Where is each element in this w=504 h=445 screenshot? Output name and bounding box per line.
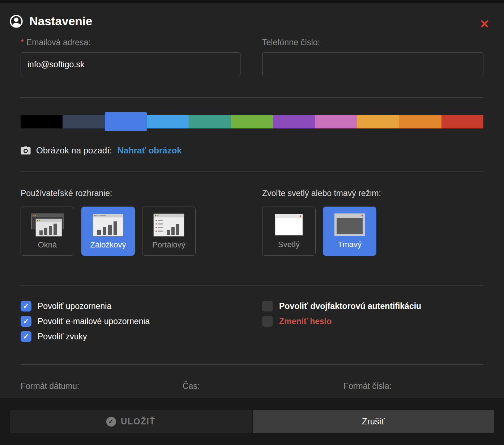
close-icon[interactable]: ✕ [479, 18, 490, 30]
checkbox-label: Povoliť upozornenia [38, 301, 111, 311]
save-button[interactable]: ✓ ULOŽIŤ [10, 410, 252, 433]
palette-swatch[interactable] [441, 115, 483, 128]
checkbox-row-two-factor[interactable]: Povoliť dvojfaktorovú autentifikáciu [262, 301, 483, 312]
user-icon [9, 14, 23, 28]
backdrop-strip [0, 0, 504, 3]
palette-swatch[interactable] [273, 115, 315, 128]
email-field-group: *Emailová adresa: [21, 38, 240, 76]
palette-swatch[interactable] [399, 115, 441, 128]
palette-swatch[interactable] [189, 115, 231, 128]
checkbox-row-sounds[interactable]: ✓ Povoliť zvuky [21, 331, 240, 342]
palette-swatch[interactable] [357, 115, 399, 128]
dialog-footer: ✓ ULOŽIŤ Zrušiť [0, 398, 504, 445]
theme-mode-section: Zvoľte svetlý alebo tmavý režim: Svetlý [262, 188, 483, 256]
checkbox-unchecked-icon[interactable] [262, 301, 273, 312]
checkbox-label: Povoliť dvojfaktorovú autentifikáciu [279, 301, 421, 311]
change-password-link[interactable]: Zmeniť heslo [279, 317, 332, 326]
ui-option-label: Portálový [152, 240, 185, 250]
palette-swatch[interactable] [231, 115, 273, 128]
email-field[interactable] [21, 52, 240, 76]
theme-option-dark[interactable]: Tmavý [323, 207, 376, 256]
checkbox-row-notifications[interactable]: ✓ Povoliť upozornenia [21, 301, 240, 312]
checkbox-checked-icon[interactable]: ✓ [21, 331, 31, 342]
theme-color-palette [21, 112, 483, 131]
notification-settings: ✓ Povoliť upozornenia ✓ Povoliť e-mailov… [21, 301, 483, 346]
ui-option-tabbed[interactable]: Záložkový [81, 207, 135, 256]
palette-swatch[interactable] [147, 115, 189, 128]
tabbed-layout-icon [90, 213, 126, 237]
date-format-label: Formát dátumu: [21, 381, 183, 391]
theme-mode-label: Zvoľte svetlý alebo tmavý režim: [262, 188, 483, 198]
divider [21, 171, 483, 172]
ui-layout-options: Okná Záložkový [21, 207, 240, 256]
palette-swatch[interactable] [63, 115, 104, 128]
settings-dialog: Nastavenie ✕ *Emailová adresa: Telefónne… [0, 0, 504, 445]
appearance-sections: Používateľské rozhranie: [21, 188, 483, 256]
ui-option-label: Okná [38, 240, 57, 250]
phone-field[interactable] [262, 52, 483, 76]
phone-label: Telefónne číslo: [262, 38, 483, 47]
theme-option-light[interactable]: Svetlý [262, 207, 316, 256]
cancel-button-label: Zrušiť [362, 416, 384, 427]
cancel-button[interactable]: Zrušiť [253, 410, 494, 433]
theme-option-label: Svetlý [278, 240, 300, 249]
check-circle-icon: ✓ [106, 417, 116, 427]
checkbox-unchecked-icon[interactable] [262, 316, 273, 327]
checkbox-label: Povoliť e-mailové upozornenia [38, 317, 150, 326]
time-label: Čas: [183, 381, 343, 391]
portal-layout-icon [151, 213, 187, 237]
save-button-label: ULOŽIŤ [121, 416, 155, 427]
checkbox-checked-icon[interactable]: ✓ [21, 301, 31, 312]
email-label: *Emailová adresa: [21, 38, 240, 47]
security-checkboxes: Povoliť dvojfaktorovú autentifikáciu Zme… [262, 301, 483, 346]
number-format-label: Formát čísla: [343, 381, 392, 391]
divider [21, 285, 483, 286]
notification-checkboxes: ✓ Povoliť upozornenia ✓ Povoliť e-mailov… [21, 301, 240, 346]
dialog-content: *Emailová adresa: Telefónne číslo: [0, 38, 504, 391]
background-image-label: Obrázok na pozadí: [36, 145, 112, 156]
checkbox-label: Povoliť zvuky [38, 332, 87, 342]
palette-swatch[interactable] [21, 115, 63, 128]
camera-icon [21, 146, 31, 155]
dialog-header: Nastavenie ✕ [0, 3, 504, 38]
light-theme-icon [272, 213, 306, 237]
background-image-row: Obrázok na pozadí: Nahrať obrázok [21, 145, 483, 156]
divider [21, 97, 483, 98]
ui-layout-section: Používateľské rozhranie: [21, 188, 240, 256]
checkbox-checked-icon[interactable]: ✓ [21, 316, 31, 327]
divider [21, 364, 483, 365]
windows-layout-icon [29, 213, 65, 237]
contact-fields-row: *Emailová adresa: Telefónne číslo: [21, 38, 483, 76]
dark-theme-icon [332, 213, 367, 237]
ui-option-portal[interactable]: Portálový [142, 207, 196, 256]
ui-option-label: Záložkový [90, 240, 126, 250]
theme-option-label: Tmavý [338, 240, 362, 249]
theme-mode-options: Svetlý Tmavý [262, 207, 483, 256]
page-title: Nastavenie [29, 14, 92, 28]
required-mark: * [21, 38, 24, 47]
ui-option-windows[interactable]: Okná [21, 207, 74, 256]
upload-image-link[interactable]: Nahrať obrázok [117, 145, 181, 156]
checkbox-row-email-notifications[interactable]: ✓ Povoliť e-mailové upozornenia [21, 316, 240, 327]
format-labels-row: Formát dátumu: Čas: Formát čísla: [21, 381, 483, 391]
phone-field-group: Telefónne číslo: [262, 38, 483, 76]
palette-swatch[interactable] [315, 115, 357, 128]
palette-swatch-selected[interactable] [105, 112, 147, 131]
ui-layout-label: Používateľské rozhranie: [21, 188, 240, 198]
checkbox-row-change-password[interactable]: Zmeniť heslo [262, 316, 483, 327]
